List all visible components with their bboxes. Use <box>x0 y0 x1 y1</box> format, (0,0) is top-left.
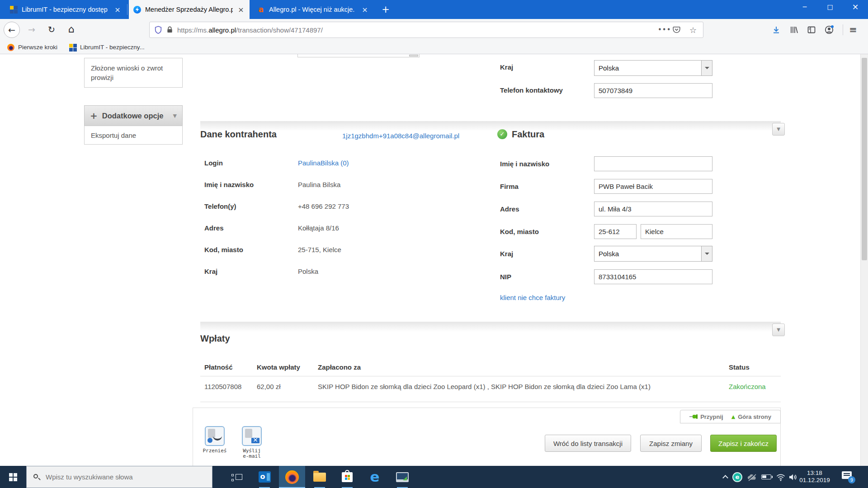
back-icon[interactable]: ← <box>4 22 20 38</box>
select-arrow[interactable] <box>701 61 712 75</box>
bookmark-pierwsze-kroki[interactable]: Pierwsze kroki <box>7 44 57 51</box>
partial-textarea <box>297 54 420 57</box>
field-label: Login <box>204 159 298 167</box>
pocket-icon[interactable] <box>673 26 684 33</box>
start-button[interactable] <box>0 466 26 488</box>
zapisz-zmiany-button[interactable]: Zapisz zmiany <box>640 435 702 452</box>
bookmark-librumit[interactable]: LibrumIT - bezpieczny... <box>69 44 145 51</box>
wplaty-title: Wpłaty <box>200 333 230 344</box>
taskbar-app-store[interactable] <box>334 466 360 488</box>
tray-eset[interactable]: e <box>732 466 744 488</box>
task-view-button[interactable] <box>226 466 248 488</box>
taskbar-app-firefox[interactable] <box>279 466 305 488</box>
reload-icon[interactable]: ↻ <box>43 22 60 38</box>
miasto-input[interactable] <box>641 224 712 239</box>
firma-input[interactable] <box>594 179 712 194</box>
przypnij-link[interactable]: Przypnij <box>689 413 723 420</box>
collapse-section-button[interactable]: ▼ <box>772 324 785 336</box>
section-divider-gradient <box>200 121 781 131</box>
sidebar-item-eksportuj-dane[interactable]: Eksportuj dane <box>84 126 183 145</box>
downloads-icon[interactable] <box>769 23 783 36</box>
payment-amount: 62,00 zł <box>257 383 281 390</box>
zapisz-i-zakoncz-button[interactable]: Zapisz i zakończ <box>710 435 777 452</box>
scrollbar-thumb[interactable] <box>862 58 867 260</box>
window-minimize-button[interactable]: ─ <box>792 0 817 14</box>
tracking-shield-icon[interactable] <box>154 26 162 34</box>
taskbar-app-edge[interactable]: e <box>362 466 388 488</box>
clock-time: 13:18 <box>794 469 835 477</box>
payment-id-link[interactable]: 1120507808 <box>204 383 241 390</box>
tray-expand-button[interactable] <box>721 466 730 488</box>
tab-close-icon[interactable]: × <box>361 5 369 14</box>
taskbar-clock[interactable]: 13:18 01.12.2019 <box>794 469 835 484</box>
edge-icon: e <box>370 470 379 484</box>
no-invoice-link[interactable]: klient nie chce faktury <box>500 294 565 301</box>
new-tab-button[interactable]: + <box>379 4 392 16</box>
window-close-button[interactable]: × <box>843 0 868 14</box>
collapse-section-button[interactable]: ▼ <box>772 123 785 136</box>
wroc-do-listy-button[interactable]: Wróć do listy transakcji <box>545 435 631 452</box>
kraj-select[interactable]: Polska <box>594 60 712 76</box>
taskbar-app-remote[interactable] <box>389 466 415 488</box>
sidebars-icon[interactable] <box>805 23 818 36</box>
gora-strony-link[interactable]: ▲ Góra strony <box>731 413 771 420</box>
tab-close-icon[interactable]: × <box>113 5 122 14</box>
adres-input[interactable] <box>594 202 712 216</box>
search-icon <box>33 474 40 481</box>
telefon-kontaktowy-input[interactable] <box>594 83 712 98</box>
field-row: Imię i nazwiskoPaulina Bilska <box>204 181 494 193</box>
tab-librumit[interactable]: LibrumIT - bezpieczny dostęp z × <box>5 0 126 19</box>
przenies-button[interactable] <box>205 426 225 446</box>
url-bar[interactable]: https://ms.allegro.pl/transaction/show/4… <box>149 22 703 38</box>
lock-icon[interactable] <box>166 26 173 33</box>
kraj-faktura-select[interactable]: Polska <box>594 246 712 262</box>
tray-network[interactable] <box>776 466 788 488</box>
kod-input[interactable] <box>594 224 637 239</box>
taskbar-search[interactable] <box>26 466 212 488</box>
bookmark-label: Pierwsze kroki <box>18 44 57 51</box>
wyslij-email-button[interactable] <box>242 426 262 446</box>
field-label: Imię i nazwisko <box>204 181 298 188</box>
home-icon[interactable]: ⌂ <box>63 22 80 38</box>
sidebar-dodatkowe-opcje-header[interactable]: + Dodatkowe opcje ▼ <box>84 105 183 126</box>
tab-allegro[interactable]: a Allegro.pl - Więcej niż aukcje. N × <box>253 0 373 19</box>
taskbar-app-explorer[interactable] <box>307 466 333 488</box>
outlook-letter: o <box>260 472 265 481</box>
resize-handle[interactable] <box>409 55 418 56</box>
dane-kontrahenta-title: Dane kontrahenta <box>200 129 277 140</box>
imie-nazwisko-input[interactable] <box>594 156 712 171</box>
menu-icon[interactable]: ≡ <box>846 23 860 36</box>
select-value: Polska <box>594 64 701 72</box>
column-header-platnosc: Płatność <box>204 363 233 371</box>
table-divider <box>200 402 781 402</box>
search-input[interactable] <box>46 473 199 481</box>
tab-close-icon[interactable]: × <box>237 5 245 14</box>
window-maximize-button[interactable]: □ <box>817 0 843 14</box>
forward-icon[interactable]: → <box>24 22 40 38</box>
tray-battery[interactable] <box>761 466 775 488</box>
action-center-button[interactable]: 9 <box>842 471 857 485</box>
taskbar-app-outlook[interactable]: o <box>251 466 278 488</box>
field-value: Paulina Bilska <box>298 181 340 188</box>
sidebar-item-zlozone-wnioski[interactable]: Złożone wnioski o zwrot prowizji <box>84 58 183 88</box>
buyer-email-link[interactable]: 1jz1gzbhdm+91a08c84@allegromail.pl <box>342 132 459 140</box>
eset-icon: e <box>732 472 742 482</box>
file-explorer-icon <box>313 473 326 482</box>
tray-onedrive[interactable] <box>747 466 759 488</box>
nip-input[interactable] <box>594 269 712 284</box>
library-icon[interactable] <box>787 23 801 36</box>
select-arrow[interactable] <box>701 246 712 261</box>
account-icon[interactable] <box>822 23 836 36</box>
bookmark-star-icon[interactable]: ☆ <box>688 25 698 35</box>
login-link[interactable]: PaulinaBilska (0) <box>298 159 349 167</box>
page-actions-icon[interactable]: ••• <box>658 26 669 34</box>
browser-titlebar: LibrumIT - bezpieczny dostęp z × Menedże… <box>0 0 868 19</box>
document-icon <box>245 429 252 438</box>
kraj-faktura-label: Kraj <box>500 250 513 258</box>
firefox-icon <box>7 44 14 51</box>
tab-allegro-manager[interactable]: Menedżer Sprzedaży Allegro.pl × <box>129 0 250 19</box>
envelope-icon <box>251 438 259 443</box>
nip-label: NIP <box>500 273 511 281</box>
sidebar-item-label: Eksportuj dane <box>85 126 182 145</box>
wyslij-email-label: Wyślije-mail <box>236 448 268 459</box>
